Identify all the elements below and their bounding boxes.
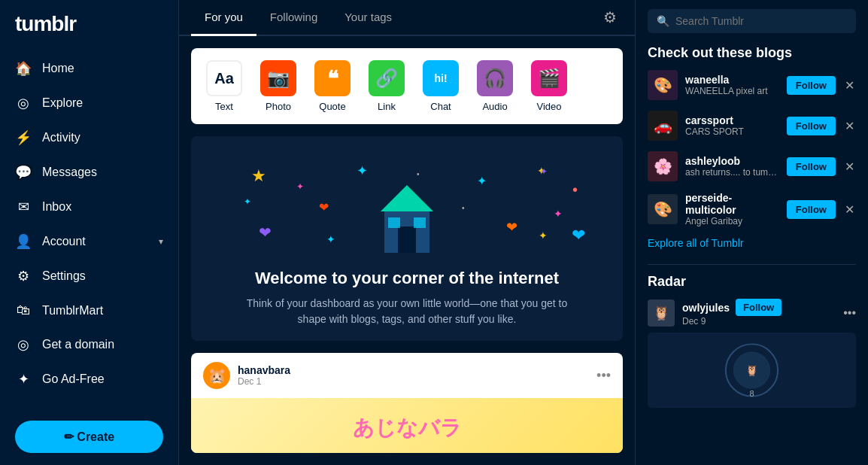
perseide-avatar: 🎨 <box>648 194 678 224</box>
text-label: Text <box>215 101 233 112</box>
photo-label: Photo <box>266 101 291 112</box>
radar-follow-button[interactable]: Follow <box>736 299 782 316</box>
chat-label: Chat <box>430 101 451 112</box>
sidebar-item-inbox[interactable]: ✉ Inbox <box>0 190 178 224</box>
blog-item-waneella: 🎨 waneella WANEELLA pixel art Follow ✕ <box>648 70 856 100</box>
sidebar-nav: 🏠 Home ◎ Explore ⚡ Activity 💬 Messages ✉… <box>0 51 178 409</box>
waneella-avatar: 🎨 <box>648 70 678 100</box>
messages-icon: 💬 <box>15 164 32 181</box>
quote-post-icon: ❝ <box>314 60 351 96</box>
tumblrmart-icon: 🛍 <box>15 302 32 318</box>
owlyjules-avatar: 🦉 <box>648 299 675 327</box>
settings-icon: ⚙ <box>15 268 32 284</box>
sidebar-item-tumblrmart[interactable]: 🛍 TumblrMart <box>0 293 178 327</box>
ashleyloob-avatar: 🌸 <box>648 151 678 181</box>
close-perseide-button[interactable]: ✕ <box>843 202 856 217</box>
svg-rect-2 <box>398 226 416 253</box>
perseide-desc: Angel Garibay <box>685 216 779 226</box>
feed-tabs: For you Following Your tags ⚙ <box>179 0 635 36</box>
explore-all-link[interactable]: Explore all of Tumblr <box>648 237 856 249</box>
post-date: Dec 1 <box>238 376 290 387</box>
tab-following[interactable]: Following <box>256 0 331 36</box>
post-type-chat[interactable]: hi! Chat <box>423 60 459 112</box>
chevron-down-icon: ▾ <box>159 236 163 247</box>
explore-icon: ◎ <box>15 95 32 111</box>
close-ashleyloob-button[interactable]: ✕ <box>843 160 856 174</box>
radar-menu-button[interactable]: ••• <box>843 306 856 320</box>
sidebar-item-settings-label: Settings <box>42 269 86 283</box>
post-type-text[interactable]: Aa Text <box>206 60 242 112</box>
photo-post-icon: 📷 <box>260 60 296 96</box>
sidebar-item-activity[interactable]: ⚡ Activity <box>0 120 178 155</box>
post-author: hanavbara <box>238 364 290 376</box>
audio-post-icon: 🎧 <box>477 60 513 96</box>
search-box[interactable]: 🔍 <box>648 9 856 33</box>
post-type-quote[interactable]: ❝ Quote <box>314 60 351 112</box>
sidebar-item-settings[interactable]: ⚙ Settings <box>0 259 178 293</box>
sidebar-item-activity-label: Activity <box>42 131 80 144</box>
follow-carssport-button[interactable]: Follow <box>787 117 836 135</box>
tab-your-tags[interactable]: Your tags <box>331 0 405 36</box>
activity-icon: ⚡ <box>15 129 32 146</box>
sidebar-item-inbox-label: Inbox <box>42 200 71 214</box>
link-label: Link <box>378 101 396 112</box>
video-post-icon: 🎬 <box>531 60 567 96</box>
follow-ashleyloob-button[interactable]: Follow <box>787 157 836 176</box>
sidebar-item-get-domain[interactable]: ◎ Get a domain <box>0 327 178 362</box>
waneella-name: waneella <box>685 74 779 86</box>
sidebar-item-home[interactable]: 🏠 Home <box>0 51 178 86</box>
radar-item: 🦉 owlyjules Follow Dec 9 ••• <box>648 299 856 327</box>
radar-title: Radar <box>648 274 856 290</box>
ashleyloob-desc: ash returns.... to tumblr... <box>685 167 779 178</box>
quote-label: Quote <box>319 101 345 112</box>
follow-waneella-button[interactable]: Follow <box>787 76 836 95</box>
create-button[interactable]: ✏ Create <box>15 421 163 453</box>
right-sidebar: 🔍 Check out these blogs 🎨 waneella WANEE… <box>635 0 868 465</box>
welcome-card: ★ ✦ ✦ • ✦ ✦ ✦ • ✦ ❤ • ✦ ❤ ❤ ✦ ✦ ✦ ❤ <box>191 136 623 341</box>
carssport-info: carssport CARS SPORT <box>685 114 779 137</box>
sidebar-item-messages[interactable]: 💬 Messages <box>0 155 178 190</box>
post-image: あじなバラ <box>191 398 623 453</box>
sidebar-item-tumblrmart-label: TumblrMart <box>42 304 103 318</box>
post-card: 🐹 hanavbara Dec 1 ••• あじなバラ <box>191 353 623 453</box>
post-menu-button[interactable]: ••• <box>596 368 611 384</box>
follow-perseide-button[interactable]: Follow <box>787 200 836 219</box>
feed-settings-icon[interactable]: ⚙ <box>597 2 623 32</box>
sidebar-item-explore-label: Explore <box>42 96 83 110</box>
sidebar-item-account[interactable]: 👤 Account ▾ <box>0 224 178 259</box>
waneella-info: waneella WANEELLA pixel art <box>685 74 779 96</box>
post-type-video[interactable]: 🎬 Video <box>531 60 567 112</box>
post-type-audio[interactable]: 🎧 Audio <box>477 60 513 112</box>
post-type-link[interactable]: 🔗 Link <box>369 60 405 112</box>
tab-for-you[interactable]: For you <box>191 0 256 36</box>
svg-text:8: 8 <box>749 389 754 398</box>
carssport-name: carssport <box>685 114 779 126</box>
sidebar-item-explore[interactable]: ◎ Explore <box>0 86 178 120</box>
logo: tumblr <box>0 12 178 51</box>
close-carssport-button[interactable]: ✕ <box>843 119 856 133</box>
carssport-desc: CARS SPORT <box>685 126 779 137</box>
audio-label: Audio <box>482 101 507 112</box>
home-icon: 🏠 <box>15 60 32 77</box>
radar-section: Radar 🦉 owlyjules Follow Dec 9 ••• 🦉 8 <box>648 274 856 408</box>
domain-icon: ◎ <box>15 336 32 353</box>
sidebar-item-adfree-label: Go Ad-Free <box>42 372 105 386</box>
chat-post-icon: hi! <box>423 60 459 96</box>
blog-item-carssport: 🚗 carssport CARS SPORT Follow ✕ <box>648 111 856 141</box>
perseide-info: perseide-multicolor Angel Garibay <box>685 192 779 226</box>
sidebar-item-go-ad-free[interactable]: ✦ Go Ad-Free <box>0 362 178 397</box>
sidebar: tumblr 🏠 Home ◎ Explore ⚡ Activity 💬 Mes… <box>0 0 179 465</box>
post-type-photo[interactable]: 📷 Photo <box>260 60 296 112</box>
blog-item-ashleyloob: 🌸 ashleyloob ash returns.... to tumblr..… <box>648 151 856 181</box>
carssport-avatar: 🚗 <box>648 111 678 141</box>
waneella-desc: WANEELLA pixel art <box>685 86 779 96</box>
close-waneella-button[interactable]: ✕ <box>843 78 856 93</box>
search-input[interactable] <box>675 15 847 27</box>
welcome-title: Welcome to your corner of the internet <box>206 269 608 288</box>
sidebar-item-domain-label: Get a domain <box>42 338 114 351</box>
video-label: Video <box>536 101 561 112</box>
perseide-name: perseide-multicolor <box>685 192 779 216</box>
post-header: 🐹 hanavbara Dec 1 ••• <box>191 353 623 398</box>
feed-content: Aa Text 📷 Photo ❝ Quote 🔗 Link hi! Chat … <box>179 36 635 465</box>
radar-date: Dec 9 <box>682 316 782 327</box>
